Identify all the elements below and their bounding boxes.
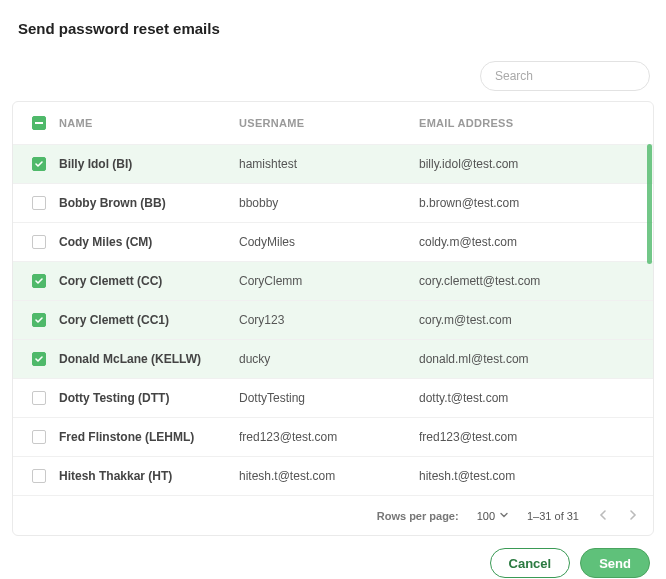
cell-username: ducky: [239, 352, 419, 366]
check-icon: [34, 315, 44, 325]
cell-name: Cory Clemett (CC1): [59, 313, 239, 327]
cell-name: Hitesh Thakkar (HT): [59, 469, 239, 483]
cell-email: fred123@test.com: [419, 430, 647, 444]
cancel-button[interactable]: Cancel: [490, 548, 571, 578]
cell-name: Bobby Brown (BB): [59, 196, 239, 210]
cell-email: hitesh.t@test.com: [419, 469, 647, 483]
table-row[interactable]: Bobby Brown (BB)bbobbyb.brown@test.com: [13, 183, 653, 222]
table-body: Billy Idol (BI)hamishtestbilly.idol@test…: [13, 144, 653, 495]
table-row[interactable]: Hitesh Thakkar (HT)hitesh.t@test.comhite…: [13, 456, 653, 495]
check-icon: [34, 159, 44, 169]
row-checkbox[interactable]: [32, 352, 46, 366]
row-checkbox[interactable]: [32, 196, 46, 210]
table-row[interactable]: Fred Flinstone (LEHML)fred123@test.comfr…: [13, 417, 653, 456]
cell-username: CoryClemm: [239, 274, 419, 288]
rows-per-page-select[interactable]: 100: [477, 510, 509, 522]
rows-per-page-value: 100: [477, 510, 495, 522]
rows-per-page-label: Rows per page:: [377, 510, 459, 522]
table-row[interactable]: Billy Idol (BI)hamishtestbilly.idol@test…: [13, 144, 653, 183]
row-checkbox[interactable]: [32, 274, 46, 288]
user-table-panel: NAME USERNAME EMAIL ADDRESS Billy Idol (…: [12, 101, 654, 536]
row-checkbox[interactable]: [32, 235, 46, 249]
chevron-right-icon: [629, 509, 637, 521]
cell-name: Cody Miles (CM): [59, 235, 239, 249]
scrollbar-thumb[interactable]: [647, 144, 652, 264]
cell-name: Billy Idol (BI): [59, 157, 239, 171]
cell-email: cory.clemett@test.com: [419, 274, 647, 288]
chevron-left-icon: [599, 509, 607, 521]
row-checkbox[interactable]: [32, 391, 46, 405]
cell-name: Dotty Testing (DTT): [59, 391, 239, 405]
cell-email: donald.ml@test.com: [419, 352, 647, 366]
page-title: Send password reset emails: [18, 20, 654, 37]
cell-email: dotty.t@test.com: [419, 391, 647, 405]
col-header-email: EMAIL ADDRESS: [419, 117, 647, 129]
table-row[interactable]: Dotty Testing (DTT)DottyTestingdotty.t@t…: [13, 378, 653, 417]
table-row[interactable]: Cory Clemett (CC1)Cory123cory.m@test.com: [13, 300, 653, 339]
cell-username: DottyTesting: [239, 391, 419, 405]
table-row[interactable]: Donald McLane (KELLW)duckydonald.ml@test…: [13, 339, 653, 378]
cell-name: Donald McLane (KELLW): [59, 352, 239, 366]
cell-username: fred123@test.com: [239, 430, 419, 444]
cell-username: bbobby: [239, 196, 419, 210]
indeterminate-icon: [35, 122, 43, 124]
col-header-username: USERNAME: [239, 117, 419, 129]
cell-username: Cory123: [239, 313, 419, 327]
cell-username: hitesh.t@test.com: [239, 469, 419, 483]
table-row[interactable]: Cody Miles (CM)CodyMilescoldy.m@test.com: [13, 222, 653, 261]
cell-email: coldy.m@test.com: [419, 235, 647, 249]
footer-actions: Cancel Send: [12, 548, 654, 578]
cell-email: b.brown@test.com: [419, 196, 647, 210]
select-all-checkbox[interactable]: [32, 116, 46, 130]
cell-email: cory.m@test.com: [419, 313, 647, 327]
col-header-name: NAME: [59, 117, 239, 129]
row-checkbox[interactable]: [32, 157, 46, 171]
check-icon: [34, 354, 44, 364]
send-button[interactable]: Send: [580, 548, 650, 578]
pager: Rows per page: 100 1–31 of 31: [13, 495, 653, 535]
check-icon: [34, 276, 44, 286]
cell-name: Cory Clemett (CC): [59, 274, 239, 288]
chevron-down-icon: [499, 510, 509, 522]
pager-range: 1–31 of 31: [527, 510, 579, 522]
cell-username: CodyMiles: [239, 235, 419, 249]
cell-username: hamishtest: [239, 157, 419, 171]
table-row[interactable]: Cory Clemett (CC)CoryClemmcory.clemett@t…: [13, 261, 653, 300]
cell-email: billy.idol@test.com: [419, 157, 647, 171]
table-header: NAME USERNAME EMAIL ADDRESS: [13, 102, 653, 144]
pager-prev-button[interactable]: [597, 508, 609, 524]
row-checkbox[interactable]: [32, 430, 46, 444]
cell-name: Fred Flinstone (LEHML): [59, 430, 239, 444]
pager-next-button[interactable]: [627, 508, 639, 524]
search-input[interactable]: [480, 61, 650, 91]
search-row: [12, 61, 654, 91]
row-checkbox[interactable]: [32, 313, 46, 327]
row-checkbox[interactable]: [32, 469, 46, 483]
